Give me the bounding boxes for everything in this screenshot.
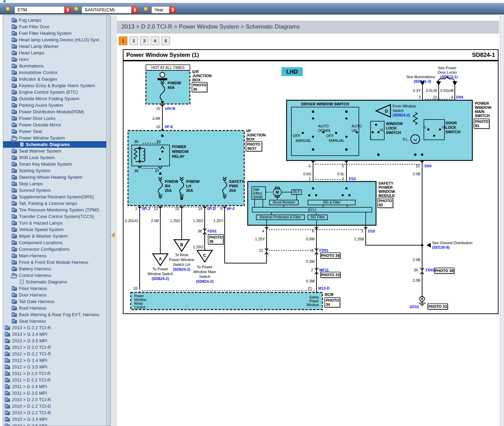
sidebar-item[interactable]: 2012 > G 3.5 MPI [3,364,107,370]
led-icon[interactable] [6,7,10,11]
sidebar-item[interactable]: 2010 > G 2.4 MPI [3,416,107,423]
sidebar-item-label: Floor Harness [19,285,47,292]
model-select[interactable]: SANTAFE(CM) [82,6,138,13]
sidebar-item[interactable]: Horn [3,56,107,63]
folder-icon [12,71,17,75]
sidebar-item[interactable]: Fuel Filter Heating System [3,30,107,37]
sidebar-item[interactable]: Steering Wheel Heating System [3,174,107,180]
sidebar-item[interactable]: Fuel Filler Door [3,23,107,30]
ground-branch: See Ground Distribution (SD130-8) 2.0B 3… [409,241,472,310]
sidebar-item[interactable]: 2011 > G 2.4 MPI [3,383,107,390]
sidebar-item[interactable]: 2011 > D 2.0 TCI-R [3,370,107,377]
sidebar-item[interactable]: Engine Control System (ETC) [3,89,107,95]
sidebar-item[interactable]: 2010 > G 3.5 MPI [3,423,107,426]
dls-label: SWITCH [446,130,460,134]
sidebar-item[interactable]: Starting System [3,167,107,174]
sidebar-item[interactable]: Indicator & Gauges [3,76,107,82]
folder-icon [5,385,10,389]
sidebar-item[interactable]: Power Door Locks [3,115,107,122]
sidebar-item[interactable]: Shift Lock System [3,154,107,161]
fuse-label: P/WDW [186,179,200,184]
sidebar-item[interactable]: Sunroof System [3,187,107,194]
sidebar-item[interactable]: 2011 > D 2.2 TCI-R [3,377,107,383]
sidebar-item[interactable]: Seat Harness [3,318,107,324]
sidebar-item[interactable]: Schematic Diagrams [3,279,107,285]
ip-label: JUNCTION [246,133,266,137]
page-tab-2[interactable]: 2 [129,37,138,45]
sidebar-item[interactable]: 2010 > D 2.2 TCI-D [3,403,107,409]
sidebar-item[interactable]: 2012 > G 2.4 MPI [3,357,107,364]
stepper-icon[interactable] [64,7,71,13]
year-select[interactable]: Year [151,6,176,13]
sidebar-item[interactable]: Control Harness [3,272,107,279]
sidebar-item[interactable]: Illuminations [3,63,107,69]
sidebar-item[interactable]: Power Outside Mirror [3,122,107,128]
connector-label: FD01 [207,229,217,233]
sidebar-scrollbar[interactable] [106,15,110,426]
sidebar-item[interactable]: 2013 > G 2.4 MPI [3,331,107,337]
manual-select[interactable]: ETM [14,6,71,13]
sidebar-item[interactable]: Parking Assist System [3,102,107,108]
pwms-label: SWITCH [475,114,490,118]
sidebar-item[interactable]: 2013 > G 3.5 MPI [3,337,107,344]
folder-icon [5,372,10,376]
page-tab-1[interactable]: 1 [119,37,127,45]
sidebar-item[interactable]: Power Window System [3,135,107,141]
main-scrollbar[interactable] [500,15,504,426]
sidebar-item[interactable]: Power Seat [3,128,107,135]
sidebar-item[interactable]: 2011 > G 3.5 MPI [3,390,107,396]
page-tab-5[interactable]: 5 [161,37,170,45]
pin-label: 1 [309,177,311,181]
stepper-icon[interactable] [131,7,138,13]
sidebar-item[interactable]: Component Locations [3,239,107,246]
folder-icon [12,261,17,264]
pin-label: 6 [221,207,223,211]
sidebar-item[interactable]: Transfer Case Control System(TCCS) [3,213,107,220]
page-tab-4[interactable]: 4 [151,37,159,45]
triangle-letter: A [159,257,162,261]
sidebar-item[interactable]: Keyless Entry & Burglar Alarm System [3,82,107,89]
dest-ref: (SD824-2) [173,267,191,271]
sidebar-item[interactable]: Head Lamps [3,50,107,56]
sidebar-item[interactable]: Floor Harness [3,285,107,292]
sidebar-item[interactable]: Head lamp Leveling Device (HLLD) Syst [3,37,107,43]
sidebar-item[interactable]: 2012 > D 2.0 TCI-R [3,344,107,351]
sidebar-item[interactable]: Smart Key Module System [3,161,107,167]
sidebar-item[interactable]: Wiper & Washer System [3,233,107,239]
sidebar-item[interactable]: Supplemental Restraint System(SRS) [3,194,107,200]
stepper-icon[interactable] [169,7,176,13]
sidebar-item[interactable]: Roof Harness [3,305,107,311]
sidebar-item[interactable]: Back Warning & Rear Fog EXT. Harness [3,311,107,318]
sidebar-item-label: 2010 > D 2.2 TCI-D [12,403,51,409]
sidebar-item[interactable]: Tire Pressure Monitoring System (TPMS [3,207,107,213]
page-tab-3[interactable]: 3 [140,37,149,45]
sidebar-item[interactable]: Immobilizer Control [3,69,107,76]
sidebar-item[interactable]: Seat Warmer System [3,148,107,154]
sidebar-item[interactable]: 2010 > D 2.2 TCI-R [3,409,107,416]
sidebar-item[interactable]: Outside Mirror Folding System [3,95,107,102]
sidebar-item[interactable]: Main Harness [3,252,107,259]
led-icon[interactable] [143,7,148,11]
sidebar-item[interactable]: Connector Configurations [3,246,107,252]
sidebar-item[interactable]: 2013 > D 2.2 TCI-R [3,324,107,331]
led-icon[interactable] [74,7,79,11]
folder-icon [12,163,17,166]
collapse-arrow-icon[interactable] [111,233,115,238]
splitter[interactable] [111,15,117,426]
sidebar-item[interactable]: Tail Gate Harness [3,298,107,305]
sidebar-item[interactable]: Battery Harness [3,266,107,272]
dest-label: To Power [152,267,168,271]
sidebar-item-label: Engine Control System (ETC) [19,89,78,95]
sidebar-item[interactable]: Power Distribution Module(PDM) [3,108,107,115]
sidebar-item[interactable]: Door Harness [3,292,107,298]
sidebar-item[interactable]: 2010 > D 2.0 TCI-R [3,396,107,403]
sidebar-item[interactable]: Turn & Hazard Lamps [3,220,107,226]
sidebar-item[interactable]: Tail, Parking & License lamps [3,200,107,207]
sidebar-item[interactable]: Fog Lamps [3,17,107,23]
sidebar-item[interactable]: Schematic Diagrams [3,141,107,148]
sidebar-item[interactable]: Front & Front End Module Harness [3,259,107,266]
sidebar-item[interactable]: Head Lamp Washer [3,43,107,50]
sidebar-item[interactable]: Vehicle Speed System [3,226,107,233]
sidebar-item[interactable]: Stop Lamps [3,180,107,187]
sidebar-item[interactable]: 2012 > D 2.2 TCI-R [3,351,107,357]
